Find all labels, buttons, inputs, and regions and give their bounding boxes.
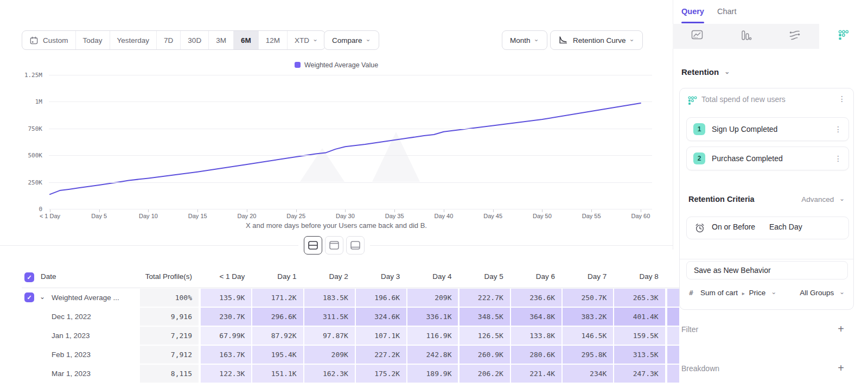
retention-value-cell: 183.5K <box>304 289 355 307</box>
row-label[interactable]: Weighted Average ... <box>52 289 119 307</box>
row-label[interactable]: Feb 1, 2023 <box>52 346 91 364</box>
retention-value-cell: 383.2K <box>563 308 613 326</box>
report-tab-retention[interactable] <box>819 24 868 49</box>
retention-value-cell: 313.5K <box>614 346 665 364</box>
retention-value-cell: 234K <box>563 365 613 383</box>
report-tab-insights[interactable] <box>673 24 723 49</box>
layout-toggle-split-view[interactable] <box>304 236 322 255</box>
chevron-down-icon: ⌄ <box>629 35 635 43</box>
total-profiles-cell: 9,916 <box>140 308 199 326</box>
retention-value-cell: 242.8K <box>407 346 458 364</box>
chart-type-dropdown[interactable]: Retention Curve ⌄ <box>550 30 643 50</box>
clipped-next-day-cell <box>667 289 679 307</box>
granularity-dropdown[interactable]: Month ⌄ <box>502 30 547 50</box>
flows-icon <box>788 29 801 43</box>
behavior-menu-icon[interactable]: ⋮ <box>838 94 846 103</box>
range-option-label: XTD <box>295 36 309 44</box>
retention-value-cell: 196.6K <box>356 289 406 307</box>
tab-query[interactable]: Query <box>681 7 704 16</box>
retention-value-cell: 296.6K <box>252 308 303 326</box>
chart-type-label: Retention Curve <box>573 36 626 44</box>
total-profiles-cell: 7,912 <box>140 346 199 364</box>
gridline <box>49 129 652 129</box>
behavior-title: Total spend of new users <box>701 95 786 104</box>
retention-report-page: CustomTodayYesterday7D30D3M6M12MXTD⌄ Com… <box>0 0 868 388</box>
range-option-label: Yesterday <box>117 36 150 44</box>
retention-value-cell: 146.5K <box>563 327 613 345</box>
metric-property-label: Price <box>749 289 766 297</box>
x-axis-tick <box>591 209 592 212</box>
chevron-down-icon: ⌄ <box>839 195 845 202</box>
table-header-row: ✓DateTotal Profile(s)< 1 DayDay 1Day 2Da… <box>22 268 679 288</box>
step-menu-icon[interactable]: ⋮ <box>834 147 842 170</box>
range-option-label: Today <box>83 36 103 44</box>
x-axis-tick-label: Day 25 <box>276 213 317 219</box>
gridline <box>49 101 652 102</box>
retention-value-cell: 222.7K <box>459 289 510 307</box>
range-option-30d[interactable]: 30D <box>181 31 209 49</box>
add-filter-button[interactable]: + <box>838 323 844 335</box>
chevron-down-icon: ⌄ <box>534 35 539 43</box>
range-option-3m[interactable]: 3M <box>209 31 234 49</box>
retention-glyph-icon <box>687 96 698 108</box>
layout-toggle-chart-bottom[interactable] <box>346 236 365 255</box>
range-option-xtd[interactable]: XTD⌄ <box>288 31 325 49</box>
x-axis-tick-label: Day 20 <box>226 213 267 219</box>
behavior-card: Total spend of new users ⋮ 1Sign Up Comp… <box>679 88 854 310</box>
metric-property-dropdown[interactable]: Sum of cart ▸ Price ⌄ <box>700 289 776 297</box>
retention-value-cell: 295.8K <box>563 346 613 364</box>
retention-value-cell: 195.4K <box>252 346 303 364</box>
layout-toggle-group <box>298 233 370 257</box>
alarm-clock-icon <box>694 222 705 236</box>
range-option-custom[interactable]: Custom <box>22 31 76 49</box>
criteria-timing-label: On or Before <box>712 222 755 231</box>
retention-value-cell: 221.4K <box>511 365 561 383</box>
criteria-mode-dropdown[interactable]: Advanced ⌄ <box>801 195 845 203</box>
range-option-label: 30D <box>188 36 201 44</box>
x-axis-tick <box>296 209 297 212</box>
retention-value-cell: 87.92K <box>252 327 303 345</box>
add-breakdown-button[interactable]: + <box>838 362 844 374</box>
groups-dropdown[interactable]: All Groups ⌄ <box>800 289 845 297</box>
range-option-12m[interactable]: 12M <box>259 31 288 49</box>
retention-table: ✓DateTotal Profile(s)< 1 DayDay 1Day 2Da… <box>22 268 679 388</box>
range-option-yesterday[interactable]: Yesterday <box>110 31 157 49</box>
retention-value-cell: 163.7K <box>201 346 251 364</box>
behavior-step[interactable]: 1Sign Up Completed⋮ <box>686 117 849 141</box>
report-tab-funnels[interactable] <box>722 24 771 49</box>
step-menu-icon[interactable]: ⋮ <box>834 118 842 141</box>
x-axis-tick <box>394 209 395 212</box>
report-tab-flows[interactable] <box>770 24 820 49</box>
chevron-down-icon: ⌄ <box>312 35 318 43</box>
breadcrumb-arrow-icon: ▸ <box>742 290 745 296</box>
select-all-checkbox[interactable]: ✓ <box>24 272 34 282</box>
breakdown-section-label: Breakdown <box>681 364 719 373</box>
retention-value-cell: 247.3K <box>614 365 665 383</box>
row-label[interactable]: Dec 1, 2022 <box>52 308 91 326</box>
background-watermark-triangle <box>300 148 344 182</box>
behavior-step[interactable]: 2Purchase Completed⋮ <box>686 147 849 170</box>
gridline <box>49 182 652 183</box>
retention-value-cell: 236.6K <box>511 289 561 307</box>
row-label[interactable]: Jan 1, 2023 <box>52 327 90 345</box>
expand-row-icon[interactable]: ⌄ <box>40 289 45 307</box>
range-option-7d[interactable]: 7D <box>157 31 181 49</box>
layout-toggle-chart-top[interactable] <box>325 236 343 255</box>
metric-row: # Sum of cart ▸ Price ⌄ All Groups ⌄ <box>680 284 853 303</box>
compare-button[interactable]: Compare ⌄ <box>324 30 379 50</box>
x-axis-tick-label: Day 35 <box>374 213 415 219</box>
table-row: Feb 1, 20237,912163.7K195.4K209K227.2K24… <box>22 346 679 364</box>
groups-label: All Groups <box>800 289 834 297</box>
report-section-dropdown[interactable]: Retention ⌄ <box>681 67 730 77</box>
range-option-today[interactable]: Today <box>76 31 110 49</box>
table-row: Dec 1, 20229,916230.7K296.6K311.5K324.6K… <box>22 308 679 326</box>
criteria-timing-control[interactable]: On or Before Each Day <box>686 217 849 239</box>
retention-value-cell: 116.9K <box>407 327 458 345</box>
row-label[interactable]: Mar 1, 2023 <box>52 365 91 383</box>
y-axis-tick-label: 250K <box>8 179 42 186</box>
range-option-6m[interactable]: 6M <box>234 31 259 49</box>
tab-chart[interactable]: Chart <box>717 7 736 16</box>
range-option-label: 12M <box>266 36 280 44</box>
row-checkbox[interactable]: ✓ <box>24 292 34 302</box>
save-as-new-behavior-button[interactable]: Save as New Behavior <box>686 261 848 279</box>
